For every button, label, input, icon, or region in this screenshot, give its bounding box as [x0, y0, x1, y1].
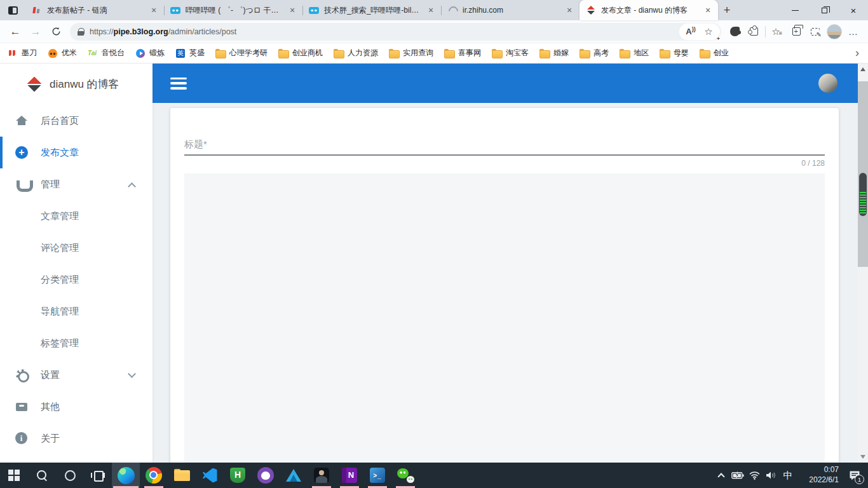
- web-capture-button[interactable]: [806, 22, 825, 42]
- bookmark-item[interactable]: 淘宝客: [492, 48, 529, 58]
- post-form-card: 0 / 128: [170, 108, 839, 463]
- taskbar-cortana-button[interactable]: [56, 463, 84, 488]
- sidebar-item-设置[interactable]: 设置: [0, 359, 153, 391]
- tab-close-button[interactable]: ×: [426, 5, 436, 15]
- tab-close-button[interactable]: ×: [703, 5, 713, 15]
- taskbar-hbuilder-button[interactable]: [224, 463, 252, 488]
- taskbar-task-view-button[interactable]: [84, 463, 112, 488]
- bookmark-item[interactable]: 心理学考研: [215, 48, 268, 58]
- browser-tab[interactable]: 发布新帖子 - 链滴×: [25, 0, 164, 20]
- blog-logo[interactable]: dianwu 的博客: [0, 64, 153, 105]
- browser-tab[interactable]: 技术胖_搜索_哔哩哔哩-bilibili×: [302, 0, 441, 20]
- taskbar-wechat-button[interactable]: [391, 463, 419, 488]
- bookmark-item[interactable]: 高考: [580, 48, 609, 58]
- tray-overflow-button[interactable]: [713, 463, 729, 488]
- bookmark-label: 创业商机: [292, 48, 323, 58]
- taskbar-vscode-button[interactable]: [196, 463, 224, 488]
- bookmarks-overflow-button[interactable]: ›: [850, 46, 864, 60]
- sidebar-item-标签管理[interactable]: 标签管理: [0, 327, 153, 359]
- collections-button[interactable]: [787, 22, 806, 42]
- ime-indicator[interactable]: 中: [779, 463, 797, 488]
- tab-close-button[interactable]: ×: [564, 5, 574, 15]
- bookmark-item[interactable]: 喜事网: [444, 48, 481, 58]
- add-favorite-button[interactable]: ☆+: [700, 24, 717, 40]
- bookmark-item[interactable]: 人力资源: [334, 48, 378, 58]
- browser-tab[interactable]: 发布文章 - dianwu 的博客×: [580, 0, 718, 20]
- tab-close-button[interactable]: ×: [287, 5, 297, 15]
- taskbar-onenote-button[interactable]: [336, 463, 363, 488]
- windows-taskbar: 中 0:07 2022/6/1 1: [0, 463, 868, 488]
- taskbar-file-explorer-button[interactable]: [168, 463, 196, 488]
- taskbar-clock[interactable]: 0:07 2022/6/1: [799, 465, 839, 485]
- bookmark-item[interactable]: 墨刀: [8, 48, 37, 58]
- sidebar-item-发布文章[interactable]: 发布文章: [0, 137, 153, 168]
- bookmark-item[interactable]: 地区: [620, 48, 649, 58]
- bookmark-item[interactable]: 优米: [48, 48, 77, 58]
- bookmark-item[interactable]: 母婴: [660, 48, 689, 58]
- wifi-indicator[interactable]: [746, 463, 763, 488]
- tab-close-button[interactable]: ×: [149, 5, 159, 15]
- sidebar-item-评论管理[interactable]: 评论管理: [0, 232, 153, 264]
- taskbar-chrome-button[interactable]: [140, 463, 168, 488]
- scrollbar-up-arrow[interactable]: [860, 67, 865, 71]
- taskbar-person-app-button[interactable]: [308, 463, 336, 488]
- forward-button[interactable]: →: [25, 22, 46, 42]
- taskbar-axure-button[interactable]: [280, 463, 308, 488]
- window-close-button[interactable]: ×: [839, 0, 868, 20]
- sidebar-item-文章管理[interactable]: 文章管理: [0, 200, 153, 232]
- taskbar-start-button[interactable]: [0, 463, 28, 488]
- bookmark-item[interactable]: 实用查询: [389, 48, 433, 58]
- bookmark-item[interactable]: 创业: [700, 48, 729, 58]
- sidebar-item-关于[interactable]: 关于: [0, 423, 153, 454]
- notification-badge: 1: [855, 475, 864, 484]
- plus-circle-icon: [15, 146, 28, 159]
- browser-tab[interactable]: ir.zhihu.com×: [441, 0, 580, 20]
- user-avatar[interactable]: [818, 74, 837, 93]
- evernote-extension-button[interactable]: [725, 22, 744, 42]
- sidebar-item-管理[interactable]: 管理: [0, 168, 153, 200]
- bookmark-label: 创业: [714, 48, 729, 58]
- tab-actions-menu-button[interactable]: [0, 0, 25, 20]
- favorites-button[interactable]: ☆≡: [768, 22, 787, 42]
- sidebar-item-其他[interactable]: 其他: [0, 391, 153, 423]
- new-tab-button[interactable]: +: [718, 1, 736, 19]
- duanlian-icon: [135, 48, 146, 58]
- refresh-button[interactable]: [46, 22, 66, 42]
- taskbar-search-button[interactable]: [28, 463, 56, 488]
- tab-title: 技术胖_搜索_哔哩哔哩-bilibili: [324, 5, 421, 16]
- article-title-input[interactable]: [184, 136, 825, 156]
- bookmark-item[interactable]: 创业商机: [278, 48, 323, 58]
- sidebar-item-分类管理[interactable]: 分类管理: [0, 264, 153, 295]
- page-scrollbar[interactable]: [858, 64, 868, 463]
- url-text[interactable]: https://pipe.b3log.org/admin/articles/po…: [90, 27, 679, 36]
- b3log-favicon: [586, 5, 596, 15]
- bookmark-item[interactable]: 婚嫁: [539, 48, 569, 58]
- browser-tab[interactable]: 哔哩哔哩 ( ゜- ゜)つロ 干杯~-bilibili×: [164, 0, 302, 20]
- bookmark-label: 优米: [62, 48, 77, 58]
- sidebar-item-导航管理[interactable]: 导航管理: [0, 295, 153, 327]
- lock-icon[interactable]: [78, 28, 84, 36]
- taskbar-github-button[interactable]: [252, 463, 280, 488]
- back-button[interactable]: ←: [5, 22, 25, 42]
- article-content-editor[interactable]: [184, 173, 825, 463]
- sidebar-item-后台首页[interactable]: 后台首页: [0, 105, 153, 137]
- read-aloud-button[interactable]: A)): [682, 24, 700, 40]
- volume-indicator[interactable]: [763, 463, 779, 488]
- bookmark-item[interactable]: 音悦台: [88, 48, 125, 58]
- settings-more-button[interactable]: …: [844, 22, 863, 42]
- window-restore-button[interactable]: [810, 0, 839, 20]
- bookmark-item[interactable]: 英盛: [175, 48, 205, 58]
- page-viewport: dianwu 的博客 后台首页发布文章管理文章管理评论管理分类管理导航管理标签管…: [0, 64, 868, 463]
- scrollbar-down-arrow[interactable]: [860, 455, 865, 459]
- taskbar-edge-button[interactable]: [112, 463, 140, 488]
- sidebar-item-label: 评论管理: [41, 242, 79, 254]
- address-bar[interactable]: https://pipe.b3log.org/admin/articles/po…: [70, 23, 721, 41]
- extensions-button[interactable]: [744, 22, 763, 42]
- bookmark-item[interactable]: 锻炼: [135, 48, 165, 58]
- taskbar-powershell-button[interactable]: [363, 463, 391, 488]
- hamburger-menu-button[interactable]: [170, 78, 187, 90]
- window-minimize-button[interactable]: [780, 0, 810, 20]
- browser-profile-button[interactable]: [825, 22, 844, 42]
- notification-center-button[interactable]: 1: [844, 463, 865, 488]
- battery-indicator[interactable]: [729, 463, 746, 488]
